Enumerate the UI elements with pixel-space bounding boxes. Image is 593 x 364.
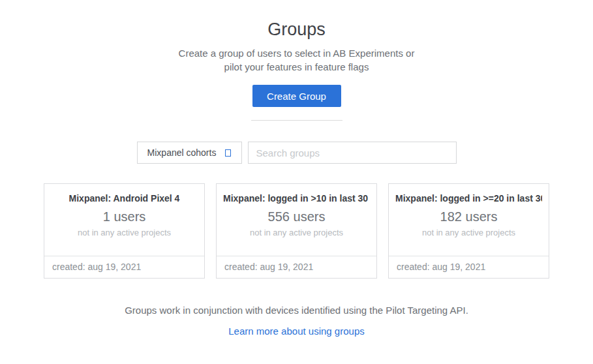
create-group-button[interactable]: Create Group xyxy=(252,85,341,107)
group-card-created: created: aug 19, 2021 xyxy=(44,256,204,278)
cohort-source-value: Mixpanel cohorts xyxy=(147,147,217,158)
group-card[interactable]: Mixpanel: logged in >10 in last 30 ... 5… xyxy=(216,183,377,279)
group-card[interactable]: Mixpanel: logged in >=20 in last 30... 1… xyxy=(388,183,549,279)
group-card-status: not in any active projects xyxy=(395,228,542,237)
filter-bar: Mixpanel cohorts xyxy=(0,142,593,164)
dropdown-caret-icon xyxy=(225,149,231,157)
group-card-status: not in any active projects xyxy=(51,228,198,237)
group-cards: Mixpanel: Android Pixel 4 1 users not in… xyxy=(0,183,593,279)
group-card-users-count: 182 users xyxy=(395,209,542,224)
page-header: Groups Create a group of users to select… xyxy=(0,20,593,121)
group-card-status: not in any active projects xyxy=(223,228,370,237)
group-card-title: Mixpanel: logged in >10 in last 30 ... xyxy=(223,193,370,204)
groups-page: Groups Create a group of users to select… xyxy=(0,0,593,337)
cohort-source-dropdown[interactable]: Mixpanel cohorts xyxy=(137,142,242,164)
group-card-title: Mixpanel: logged in >=20 in last 30... xyxy=(395,193,542,204)
group-card-users-count: 1 users xyxy=(51,209,198,224)
group-card-body: Mixpanel: logged in >10 in last 30 ... 5… xyxy=(217,184,376,256)
group-card-created: created: aug 19, 2021 xyxy=(389,256,549,278)
group-card-body: Mixpanel: logged in >=20 in last 30... 1… xyxy=(389,184,549,256)
group-card-body: Mixpanel: Android Pixel 4 1 users not in… xyxy=(44,184,204,256)
search-groups-input[interactable] xyxy=(248,142,457,164)
page-subtitle: Create a group of users to select in AB … xyxy=(173,46,421,74)
header-divider xyxy=(251,120,342,121)
page-title: Groups xyxy=(0,20,593,40)
group-card[interactable]: Mixpanel: Android Pixel 4 1 users not in… xyxy=(44,183,205,279)
group-card-created: created: aug 19, 2021 xyxy=(217,256,376,278)
group-card-users-count: 556 users xyxy=(223,209,370,224)
page-footer: Groups work in conjunction with devices … xyxy=(0,305,593,337)
group-card-title: Mixpanel: Android Pixel 4 xyxy=(51,193,198,204)
footer-info: Groups work in conjunction with devices … xyxy=(0,305,593,316)
learn-more-link[interactable]: Learn more about using groups xyxy=(228,326,364,337)
